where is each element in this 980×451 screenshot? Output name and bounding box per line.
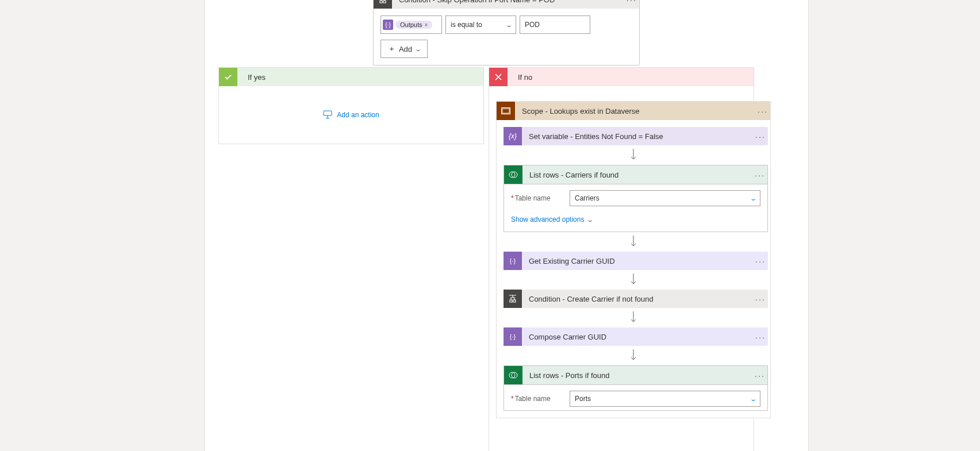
chevron-down-icon: ⌄ [586, 217, 594, 223]
chevron-down-icon: ⌄ [505, 22, 513, 28]
compose-carrier-guid-action[interactable]: {·} Compose Carrier GUID ··· [504, 327, 768, 346]
chevron-down-icon: ⌄ [750, 396, 757, 402]
condition-create-carrier-action[interactable]: Condition - Create Carrier if not found … [504, 290, 768, 308]
flow-arrow [504, 309, 763, 326]
action-menu[interactable]: ··· [753, 294, 768, 304]
compose-icon: {·} [504, 252, 522, 270]
plus-icon: ＋ [388, 44, 395, 54]
add-action-button[interactable]: Add an action [219, 86, 483, 144]
chevron-down-icon: ⌄ [414, 46, 422, 52]
compose-icon: {·} [504, 327, 522, 346]
close-icon [489, 68, 508, 86]
condition-icon [374, 0, 392, 9]
scope-icon [497, 102, 515, 120]
condition-icon [504, 290, 522, 308]
list-rows-carriers-action[interactable]: List rows - Carriers if found ··· *Table… [504, 165, 768, 232]
condition-left-operand[interactable]: {·} Outputs× [381, 16, 442, 34]
flow-arrow [504, 347, 763, 364]
flow-arrow [504, 271, 763, 288]
set-variable-action[interactable]: {x} Set variable - Entities Not Found = … [504, 127, 768, 145]
variable-icon: {x} [504, 127, 522, 145]
if-no-branch: If no Scope - Lookups exist in Dataverse… [489, 67, 754, 451]
condition-menu[interactable]: ··· [624, 0, 639, 5]
expression-icon: {·} [383, 20, 393, 30]
add-row-button[interactable]: ＋ Add ⌄ [381, 40, 428, 58]
get-existing-carrier-guid-action[interactable]: {·} Get Existing Carrier GUID ··· [504, 252, 768, 270]
if-yes-branch: If yes Add an action [218, 67, 484, 144]
table-name-select[interactable]: Ports ⌄ [570, 391, 760, 407]
chevron-down-icon: ⌄ [750, 195, 757, 202]
token-label: Outputs [400, 21, 422, 28]
condition-right-operand[interactable]: POD [520, 16, 590, 34]
action-menu[interactable]: ··· [753, 256, 768, 266]
scope-card[interactable]: Scope - Lookups exist in Dataverse ··· {… [496, 101, 771, 418]
action-menu[interactable]: ··· [752, 170, 767, 180]
svg-rect-1 [502, 109, 509, 113]
action-menu[interactable]: ··· [753, 132, 768, 141]
flow-arrow [504, 233, 763, 250]
scope-menu[interactable]: ··· [755, 106, 770, 116]
if-no-title: If no [518, 73, 532, 82]
flow-arrow [504, 147, 763, 164]
check-icon [219, 68, 237, 86]
condition-operator-select[interactable]: is equal to⌄ [445, 16, 516, 34]
action-menu[interactable]: ··· [752, 371, 767, 380]
scope-title: Scope - Lookups exist in Dataverse [522, 107, 755, 115]
dataverse-icon [504, 366, 522, 384]
show-advanced-options[interactable]: Show advanced options⌄ [511, 215, 760, 223]
list-rows-ports-action[interactable]: List rows - Ports if found ··· *Table na… [504, 365, 768, 411]
token-remove[interactable]: × [425, 22, 428, 28]
condition-card[interactable]: Condition - Skip Operation if Port Name … [373, 0, 640, 65]
action-menu[interactable]: ··· [753, 332, 768, 342]
table-name-select[interactable]: Carriers ⌄ [570, 190, 760, 206]
dataverse-icon [504, 165, 522, 184]
svg-rect-0 [324, 111, 332, 115]
condition-title: Condition - Skip Operation if Port Name … [399, 0, 624, 4]
if-yes-title: If yes [248, 73, 266, 82]
